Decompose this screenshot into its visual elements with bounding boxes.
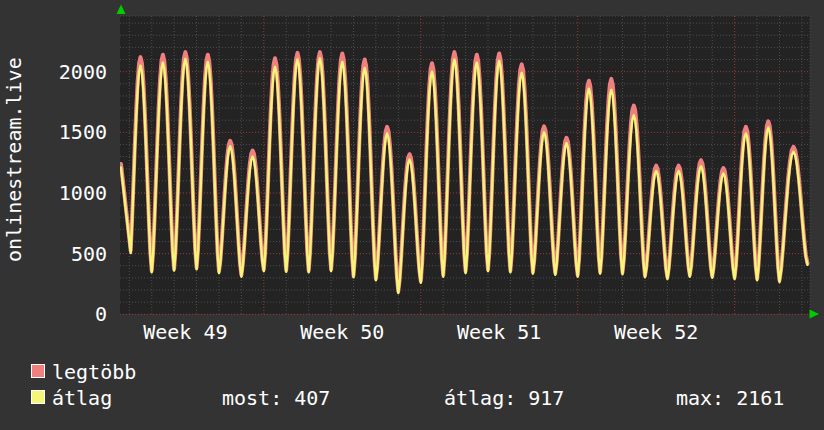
legend-label-legtobb: legtöbb — [52, 361, 136, 383]
stat-max: max: 2161 — [676, 387, 784, 409]
axis-arrow-up-icon — [117, 5, 126, 15]
y-tick-label: 0 — [30, 303, 107, 325]
y-tick-label: 1500 — [30, 121, 107, 143]
y-tick-label: 500 — [30, 243, 107, 265]
x-tick-label: Week 52 — [576, 321, 736, 343]
axis-arrow-right-icon — [810, 310, 820, 319]
y-tick-label: 1000 — [30, 182, 107, 204]
rrd-graph-image: onlinestream.live 0500100015002000 Week … — [0, 0, 824, 430]
legend-swatch-legtobb — [31, 364, 45, 378]
legend-label-atlag: átlag — [52, 387, 112, 409]
legend-swatch-atlag — [31, 390, 45, 404]
y-axis-title: onlinestream.live — [2, 57, 26, 262]
x-tick-label: Week 50 — [262, 321, 422, 343]
y-tick-label: 2000 — [30, 61, 107, 83]
x-tick-label: Week 51 — [419, 321, 579, 343]
stat-most: most: 407 — [222, 387, 330, 409]
stat-atlag: átlag: 917 — [444, 387, 564, 409]
x-tick-label: Week 49 — [105, 321, 265, 343]
